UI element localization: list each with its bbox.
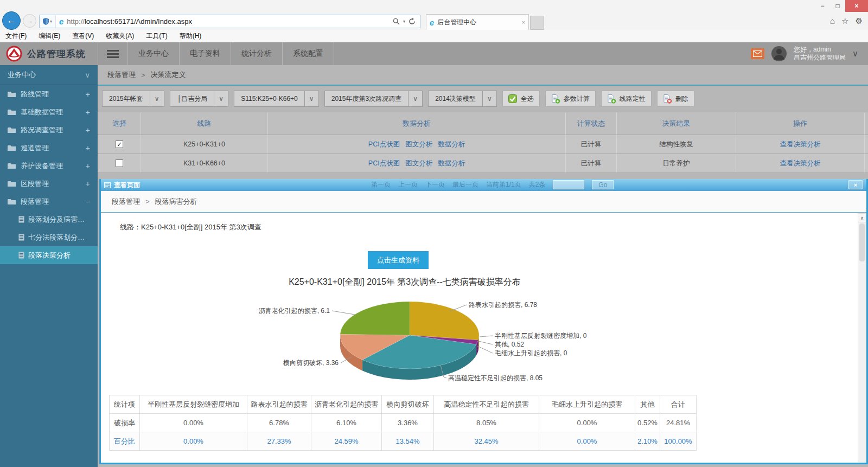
- pager-link-2[interactable]: 下一页: [425, 180, 445, 189]
- dropdown-bureau[interactable]: ├昌吉分局∨: [170, 91, 229, 107]
- mail-button[interactable]: [751, 48, 764, 59]
- browser-forward-button[interactable]: →: [23, 14, 36, 28]
- analysis-link-1[interactable]: 图文分析: [405, 140, 432, 149]
- sidebar-subitem-decision[interactable]: 段落决策分析: [0, 246, 98, 264]
- dropdown-account-year[interactable]: 2015年帐套∨: [102, 91, 164, 107]
- modal-close-button[interactable]: ×: [848, 180, 863, 189]
- sidebar-item-patrol[interactable]: 巡道管理+: [0, 139, 98, 157]
- top-nav-item-1[interactable]: 电子资料: [180, 42, 231, 65]
- modal-breadcrumb-parent[interactable]: 段落管理: [112, 197, 140, 207]
- top-nav-item-3[interactable]: 系统配置: [283, 42, 334, 65]
- generate-data-button[interactable]: 点击生成资料: [368, 251, 429, 269]
- line-qualify-button[interactable]: 线路定性: [601, 91, 652, 107]
- stats-header-8: 合计: [660, 395, 697, 414]
- window-close-button[interactable]: ×: [845, 0, 868, 12]
- scroll-up-arrow-icon[interactable]: ∧: [858, 213, 866, 222]
- pager-link-3[interactable]: 最后一页: [452, 180, 478, 189]
- stats-value: 0.00%: [140, 414, 247, 432]
- sidebar-item-road-survey[interactable]: 路况调查管理+: [0, 121, 98, 139]
- home-icon[interactable]: ⌂: [830, 16, 835, 26]
- pager-link-1[interactable]: 上一页: [398, 180, 418, 189]
- pager-go-button[interactable]: Go: [592, 180, 614, 189]
- expand-icon[interactable]: +: [86, 108, 90, 117]
- user-info[interactable]: 您好，admin 昌吉州公路管理局: [794, 46, 846, 62]
- forward-arrow-icon: →: [26, 17, 33, 25]
- modal-titlebar[interactable]: 查看页面 第一页上一页下一页最后一页当前第1/1页共2条Go ×: [101, 179, 866, 191]
- compatibility-view-button[interactable]: ▾: [40, 15, 56, 28]
- menu-item-1[interactable]: 编辑(E): [39, 31, 60, 41]
- search-caret-icon[interactable]: ▾: [403, 19, 405, 24]
- user-menu-chevron-icon[interactable]: ∨: [852, 49, 858, 59]
- sidebar-item-base-data[interactable]: 基础数据管理+: [0, 103, 98, 121]
- expand-icon[interactable]: +: [86, 162, 90, 170]
- top-nav-item-2[interactable]: 统计分析: [231, 42, 283, 65]
- refresh-icon[interactable]: [409, 18, 416, 25]
- sidebar-section-title[interactable]: 业务中心 ∨: [0, 65, 98, 85]
- expand-icon[interactable]: +: [86, 180, 90, 188]
- chevron-down-icon[interactable]: ∨: [304, 91, 318, 106]
- param-calc-button[interactable]: 参数计算: [545, 91, 596, 107]
- checkbox[interactable]: ✓: [116, 140, 123, 148]
- view-decision-link[interactable]: 查看决策分析: [780, 159, 821, 168]
- menu-item-0[interactable]: 文件(F): [5, 31, 27, 41]
- top-nav-item-0[interactable]: 业务中心: [128, 42, 180, 65]
- scrollbar-thumb[interactable]: [859, 223, 865, 261]
- row-line-cell: K31+0-K66+0: [141, 154, 268, 172]
- grid-header-4: 决策结果: [617, 112, 736, 135]
- modal-scrollbar[interactable]: ∧: [858, 213, 866, 463]
- window-maximize-button[interactable]: □: [830, 0, 845, 12]
- collapse-icon[interactable]: −: [86, 197, 90, 206]
- analysis-link-0[interactable]: PCI点状图: [368, 159, 400, 168]
- analysis-link-2[interactable]: 数据分析: [438, 140, 465, 149]
- expand-icon[interactable]: +: [86, 144, 90, 152]
- pager-page-input[interactable]: [553, 180, 584, 189]
- row-select-cell[interactable]: [98, 154, 141, 172]
- expand-icon[interactable]: +: [86, 126, 90, 135]
- sidebar-item-equipment[interactable]: 养护设备管理+: [0, 157, 98, 175]
- view-decision-link[interactable]: 查看决策分析: [780, 140, 821, 149]
- chevron-down-icon[interactable]: ∨: [150, 91, 164, 106]
- chevron-down-icon[interactable]: ∨: [214, 91, 228, 106]
- dropdown-road-line[interactable]: S115:K25+0-K66+0∨: [234, 91, 319, 107]
- chevron-down-icon[interactable]: ∨: [408, 91, 422, 106]
- sidebar-subitem-seven-method[interactable]: 七分法段落划分…: [0, 228, 98, 246]
- checkbox[interactable]: [116, 159, 123, 167]
- analysis-link-1[interactable]: 图文分析: [405, 159, 432, 168]
- search-icon[interactable]: [393, 18, 400, 25]
- chevron-down-icon[interactable]: ∨: [482, 91, 496, 106]
- expand-icon[interactable]: +: [86, 90, 90, 99]
- browser-back-button[interactable]: ←: [2, 11, 21, 30]
- sidebar-subitem-division[interactable]: 段落划分及病害…: [0, 210, 98, 228]
- menu-item-5[interactable]: 帮助(H): [180, 31, 202, 41]
- analysis-link-2[interactable]: 数据分析: [438, 159, 465, 168]
- settings-gear-icon[interactable]: ⚙: [856, 16, 863, 26]
- dropdown-value: 2015年度第3次路况调查: [325, 91, 408, 106]
- analysis-link-0[interactable]: PCI点状图: [368, 140, 400, 149]
- url-text[interactable]: http://localhost:65171/Admin/Index.aspx: [63, 17, 393, 25]
- dropdown-model[interactable]: 2014决策模型∨: [428, 91, 497, 107]
- delete-button[interactable]: 删除: [657, 91, 694, 107]
- address-bar[interactable]: ▾ e http://localhost:65171/Admin/Index.a…: [39, 15, 420, 28]
- breadcrumb: 段落管理 > 决策流定义: [98, 65, 868, 86]
- browser-tab[interactable]: e 后台管理中心 ×: [426, 14, 529, 30]
- favorites-star-icon[interactable]: ☆: [841, 16, 848, 26]
- breadcrumb-parent[interactable]: 段落管理: [107, 70, 136, 80]
- tab-close-icon[interactable]: ×: [522, 19, 525, 25]
- new-tab-button[interactable]: [530, 16, 544, 30]
- sidebar-item-label: 养护设备管理: [21, 161, 63, 171]
- user-avatar-icon[interactable]: [771, 46, 787, 62]
- menu-item-4[interactable]: 工具(T): [146, 31, 167, 41]
- folder-icon: [8, 145, 16, 151]
- sidebar-item-paragraph[interactable]: 段落管理−: [0, 193, 98, 210]
- dropdown-survey[interactable]: 2015年度第3次路况调查∨: [324, 91, 423, 107]
- pager-link-0[interactable]: 第一页: [371, 180, 391, 189]
- row-select-cell[interactable]: ✓: [98, 135, 141, 153]
- menu-item-3[interactable]: 收藏夹(A): [106, 31, 134, 41]
- window-minimize-button[interactable]: −: [815, 0, 830, 12]
- menu-item-2[interactable]: 查看(V): [72, 31, 94, 41]
- hamburger-menu-button[interactable]: [98, 42, 128, 65]
- sidebar-item-route[interactable]: 路线管理+: [0, 85, 98, 103]
- folder-icon: [8, 199, 16, 205]
- select-all-button[interactable]: 全选: [502, 91, 540, 107]
- sidebar-item-section[interactable]: 区段管理+: [0, 175, 98, 193]
